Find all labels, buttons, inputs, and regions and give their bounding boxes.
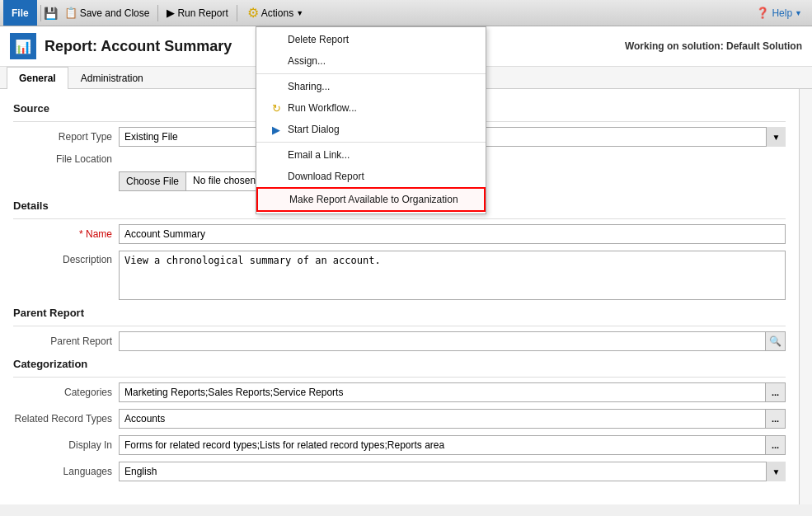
- help-button[interactable]: ❓ Help ▼: [749, 4, 809, 21]
- actions-chevron: ▼: [296, 9, 303, 17]
- display-in-ellipsis-btn[interactable]: ...: [766, 435, 786, 455]
- description-row: Description: [13, 251, 786, 300]
- related-record-types-ellipsis-btn[interactable]: ...: [766, 409, 786, 429]
- menu-item-label-3: Run Workflow...: [288, 102, 472, 114]
- file-button[interactable]: File: [3, 0, 37, 26]
- run-report-label: Run Report: [177, 7, 228, 19]
- categorization-divider: [13, 377, 786, 378]
- parent-divider: [13, 326, 786, 326]
- menu-item-icon-2: [270, 80, 283, 93]
- menu-item-label-7: Make Report Available to Organization: [289, 194, 471, 205]
- right-sidebar: [799, 89, 812, 504]
- menu-item-label-5: Email a Link...: [288, 149, 472, 161]
- tab-general[interactable]: General: [7, 67, 68, 89]
- menu-item-3[interactable]: ↻ Run Workflow...: [256, 97, 486, 119]
- dialog-icon: ▶: [270, 123, 283, 136]
- separator3: [237, 5, 237, 21]
- menu-item-icon-0: [270, 33, 283, 46]
- report-icon: 📊: [10, 33, 36, 59]
- name-input[interactable]: [119, 224, 786, 244]
- parent-report-lookup-btn[interactable]: 🔍: [766, 331, 786, 351]
- categorization-section-title: Categorization: [13, 358, 786, 370]
- description-label: Description: [13, 254, 112, 265]
- report-type-label: Report Type: [13, 131, 112, 143]
- name-label: Name: [13, 228, 112, 240]
- file-location-label: File Location: [13, 153, 112, 165]
- actions-label: Actions: [261, 7, 293, 19]
- description-textarea[interactable]: [119, 251, 786, 300]
- languages-select-wrapper: English ▼: [119, 462, 786, 481]
- parent-report-input-wrapper: 🔍: [119, 331, 786, 351]
- menu-item-6[interactable]: Download Report: [256, 166, 486, 187]
- menu-item-4[interactable]: ▶ Start Dialog: [256, 119, 486, 140]
- related-record-types-label: Related Record Types: [13, 413, 112, 425]
- menu-separator-2: [256, 142, 486, 143]
- tab-administration[interactable]: Administration: [68, 67, 156, 89]
- actions-icon: ⚙: [247, 5, 259, 21]
- menu-item-icon-1: [270, 54, 283, 68]
- menu-item-5[interactable]: Email a Link...: [256, 144, 486, 166]
- solution-text: Working on solution: Default Solution: [625, 40, 802, 52]
- separator2: [157, 5, 158, 21]
- toolbar: File 💾 📋 Save and Close ▶ Run Report ⚙ A…: [0, 0, 812, 26]
- categories-label: Categories: [13, 387, 112, 398]
- details-divider: [13, 218, 786, 219]
- page-title: Report: Account Summary: [45, 38, 232, 55]
- help-label: Help: [772, 7, 792, 19]
- categories-ellipsis-btn[interactable]: ...: [766, 382, 786, 402]
- run-report-icon: ▶: [167, 7, 175, 19]
- actions-dropdown-menu: Delete Report Assign... Sharing... ↻ Run…: [256, 26, 486, 214]
- menu-item-label-1: Assign...: [288, 55, 472, 67]
- save-close-button[interactable]: 📋 Save and Close: [59, 2, 155, 24]
- menu-item-7[interactable]: Make Report Available to Organization: [256, 187, 486, 212]
- display-in-label: Display In: [13, 439, 112, 451]
- menu-item-2[interactable]: Sharing...: [256, 76, 486, 97]
- menu-item-icon-7: [271, 193, 284, 206]
- parent-report-section-title: Parent Report: [13, 307, 786, 319]
- categories-row: Categories ...: [13, 382, 786, 402]
- run-report-button[interactable]: ▶ Run Report: [162, 2, 232, 24]
- save-close-label: Save and Close: [80, 7, 150, 19]
- languages-select[interactable]: English: [119, 462, 786, 481]
- display-in-row: Display In ...: [13, 435, 786, 455]
- help-chevron: ▼: [795, 9, 802, 17]
- related-record-types-input[interactable]: [119, 409, 766, 429]
- categories-input[interactable]: [119, 382, 766, 402]
- menu-item-label-4: Start Dialog: [288, 124, 472, 135]
- display-in-input[interactable]: [119, 435, 766, 455]
- workflow-icon: ↻: [270, 101, 283, 115]
- menu-item-1[interactable]: Assign...: [256, 50, 486, 72]
- menu-separator-1: [256, 73, 486, 74]
- menu-item-label-0: Delete Report: [288, 34, 472, 45]
- menu-item-label-2: Sharing...: [288, 81, 472, 92]
- separator1: [40, 5, 41, 21]
- actions-button[interactable]: ⚙ Actions ▼: [241, 2, 310, 24]
- categories-input-wrapper: ...: [119, 382, 786, 402]
- parent-report-label: Parent Report: [13, 335, 112, 347]
- menu-item-label-6: Download Report: [288, 171, 472, 182]
- choose-file-button[interactable]: Choose File: [119, 171, 186, 191]
- menu-item-icon-5: [270, 148, 283, 162]
- related-record-types-wrapper: ...: [119, 409, 786, 429]
- parent-report-input[interactable]: [119, 331, 766, 351]
- parent-report-row: Parent Report 🔍: [13, 331, 786, 351]
- page-header-left: 📊 Report: Account Summary: [10, 33, 232, 59]
- menu-item-0[interactable]: Delete Report: [256, 29, 486, 50]
- languages-row: Languages English ▼: [13, 462, 786, 481]
- related-record-types-row: Related Record Types ...: [13, 409, 786, 429]
- display-in-wrapper: ...: [119, 435, 786, 455]
- languages-label: Languages: [13, 466, 112, 477]
- name-row: Name: [13, 224, 786, 244]
- menu-item-icon-6: [270, 170, 283, 183]
- save-icon: 💾: [45, 7, 58, 20]
- save-close-icon: 📋: [64, 7, 77, 19]
- help-icon: ❓: [756, 7, 769, 19]
